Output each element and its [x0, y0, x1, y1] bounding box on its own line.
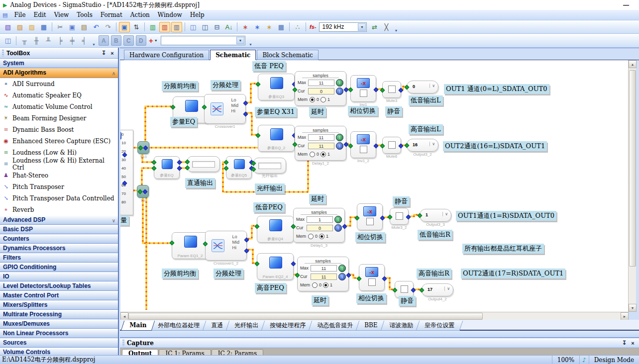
output-name-field[interactable]	[258, 163, 281, 169]
sample-rate-combo[interactable]: 192 kHz▼	[319, 22, 367, 32]
toolbox-section-master-control-port[interactable]: Master Control Port	[0, 291, 118, 300]
align-middle-icon[interactable]: ╫	[31, 35, 42, 46]
channel-select[interactable]: 16	[413, 142, 418, 147]
toolbar-overflow-icon[interactable]: ▼	[393, 29, 399, 33]
schematic-label[interactable]: 低音输出R	[418, 230, 452, 240]
schematic-label[interactable]: 相位切换	[355, 232, 385, 242]
toolbox-section-sources[interactable]: Sources	[0, 338, 118, 348]
schematic-label[interactable]: 低音PEQ	[253, 202, 285, 212]
chevron-down-icon[interactable]: ∨	[112, 216, 115, 225]
horizontal-scrollbar[interactable]: ◄ ►	[120, 312, 629, 320]
channel-select[interactable]: 0	[413, 84, 415, 89]
toolbox-section-system[interactable]: System	[0, 59, 118, 68]
delay-block[interactable]: samples Max11↕ Cur0↕ Mem01	[295, 71, 346, 106]
mem-radio-1[interactable]	[320, 97, 326, 102]
mute-block[interactable]: Mute3_2	[390, 208, 409, 225]
param-eq-block[interactable]: 参量EQ	[154, 156, 180, 179]
schematic-label[interactable]: 静音	[399, 296, 416, 306]
output-field-block[interactable]	[187, 156, 220, 172]
menu-window[interactable]: Window	[154, 11, 186, 19]
close-icon[interactable]: ×	[629, 340, 637, 346]
schematic-label[interactable]: 低音输出L	[409, 95, 443, 105]
probe-d-button[interactable]: D	[136, 35, 146, 46]
schematic-label[interactable]: 分频前均衡	[162, 269, 198, 278]
toolbox-section-basic-dsp[interactable]: Basic DSP	[0, 225, 118, 234]
save-icon[interactable]: ▦	[38, 22, 49, 32]
stereo-anchor-blue-icon[interactable]: ∗	[252, 22, 263, 32]
toolbox-item-dynamic-bass-boost[interactable]: ≡ Dynamic Bass Boost	[0, 124, 118, 135]
schematic-label[interactable]: 分频处理	[213, 269, 243, 278]
link-compile-download-icon[interactable]: ▣	[119, 22, 130, 32]
schematic-label[interactable]: 低音 PEQ	[252, 61, 286, 71]
t-junction[interactable]: T9	[137, 185, 149, 198]
menu-help[interactable]: Help	[186, 11, 209, 19]
sort-az-icon[interactable]: A↓	[223, 22, 234, 32]
output-window-icon[interactable]: ▥	[171, 22, 182, 32]
schematic-label[interactable]: 相位切换	[348, 106, 378, 116]
spin-up-down-icon[interactable]: ↕	[334, 224, 342, 232]
menu-view[interactable]: View	[50, 11, 73, 19]
import-icon[interactable]: ▨	[26, 22, 37, 32]
current-samples-field[interactable]: 11	[308, 143, 334, 149]
channel-select[interactable]: 1	[426, 212, 428, 217]
invert-checkbox[interactable]	[366, 218, 374, 225]
schematic-view-icon[interactable]: ▥	[159, 22, 170, 32]
scroll-right-icon[interactable]: ►	[621, 312, 629, 320]
schematic-label[interactable]: OUT1通道(1=R)SDATA_OUT0	[456, 211, 556, 221]
align-center-icon[interactable]: ╪	[67, 35, 78, 46]
scrollbar-thumb[interactable]	[629, 70, 636, 267]
paste-icon[interactable]: ▤	[79, 22, 90, 32]
toolbox-item-beam-forming-designer[interactable]: ☀ Beam Forming Designer	[0, 112, 118, 124]
schematic-tab[interactable]: 动态低音提升	[309, 321, 361, 331]
chevron-up-icon[interactable]: ∧	[112, 69, 115, 78]
schematic-label[interactable]: OUT2通道(17=R)SDATA_OUT1	[461, 269, 565, 278]
menu-file[interactable]: File	[10, 11, 29, 19]
param-eq-block[interactable]: 参量EQ_2	[258, 125, 295, 152]
schematic-label[interactable]: 静音	[385, 106, 402, 116]
schematic-label[interactable]: 高音输出R	[417, 269, 451, 278]
schematic-tab[interactable]: 谐波激励	[381, 321, 422, 331]
max-samples-field[interactable]: 11	[311, 265, 337, 272]
schematic-label[interactable]: 所有输出都是品红耳机座子	[462, 244, 544, 254]
mem-radio-0[interactable]	[310, 97, 315, 102]
cascade-windows-icon[interactable]: ◫	[188, 22, 199, 32]
invert-checkbox[interactable]	[368, 278, 376, 286]
align-right-icon[interactable]: ╡	[79, 35, 90, 46]
pin-icon[interactable]: ↧	[621, 340, 628, 346]
toolbox-item-pitch-transposer-data-controlled[interactable]: ↘ Pitch Transposer Data Controlled	[0, 192, 118, 204]
delay-block[interactable]: samples Max1↕ Cur0↕ Mem01 Delay1_3	[293, 208, 345, 243]
toolbox-section-dynamics-processors[interactable]: Dynamics Processors	[0, 244, 118, 253]
current-samples-field[interactable]: 0	[308, 88, 334, 94]
menu-format[interactable]: Format	[97, 11, 126, 19]
quick-search-combo[interactable]: ▼	[161, 36, 245, 45]
toolbox-section-non-linear-processors[interactable]: Non Linear Processors	[0, 329, 118, 338]
t-junction[interactable]: T10	[137, 141, 149, 154]
tab-schematic[interactable]: Schematic	[210, 50, 256, 60]
toolbox-item-automatic-volume-control[interactable]: ≈ Automatic Volume Control	[0, 101, 118, 112]
schematic-tab[interactable]: 皇帝位设置	[416, 321, 463, 331]
vertical-scrollbar[interactable]: ▲ ▼	[628, 60, 636, 312]
param-eq-block[interactable]: Param EQ2_4	[257, 253, 294, 280]
mem-radio-1[interactable]	[319, 234, 324, 239]
mem-radio-0[interactable]	[308, 234, 314, 239]
phase-invert-block[interactable]: -x	[357, 203, 383, 230]
toolbox-item-loudness-low-hi-external-ctrl[interactable]: ≡ Loudness (Low & Hi) External Ctrl	[0, 158, 118, 170]
slider-thumb[interactable]	[120, 132, 121, 140]
pointer-tool-icon[interactable]: ╳	[381, 22, 392, 32]
mem-radio-0[interactable]	[312, 282, 318, 288]
toolbox-item-enhanced-stereo-capture-esc[interactable]: ◉ Enhanced Stereo Capture (ESC)	[0, 135, 118, 147]
schematic-label[interactable]: 直通输出	[185, 178, 215, 188]
spin-up-down-icon[interactable]: ↕	[336, 79, 343, 87]
hardware-config-view-icon[interactable]: ▥	[147, 22, 158, 32]
menu-action[interactable]: Action	[126, 11, 154, 19]
probe-b-button[interactable]: B	[111, 35, 121, 46]
crossover-block[interactable]: LoMidHiCrossover1_2	[205, 231, 247, 261]
schematic-label[interactable]: 静音	[393, 196, 410, 206]
redo-icon[interactable]: ↷	[103, 22, 113, 32]
toolbox-item-adi-surround[interactable]: ∗ ADI Surround	[0, 78, 118, 90]
align-top-icon[interactable]: ╥	[19, 35, 30, 46]
toolbar-overflow-icon[interactable]: ▼	[91, 43, 97, 47]
delay-block[interactable]: samples Max11↕ Cur11↕ Mem01 Delay1_2	[295, 126, 346, 161]
crossover-block[interactable]: LoMidHiCrossover1	[204, 94, 246, 124]
schematic-label[interactable]: 参量EQ	[170, 117, 197, 127]
